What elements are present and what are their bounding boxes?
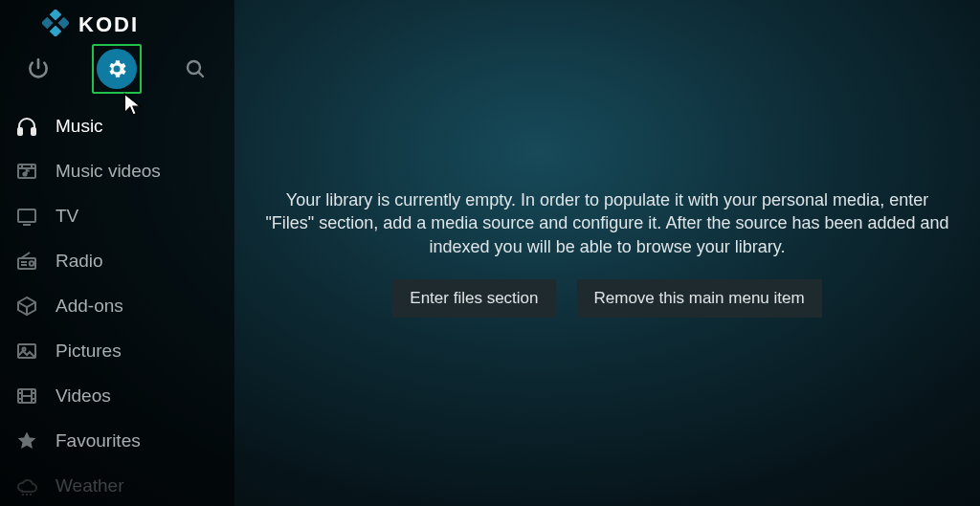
svg-rect-10 (18, 209, 35, 222)
music-video-icon (13, 158, 40, 185)
search-button[interactable] (174, 48, 216, 90)
sidebar-item-music[interactable]: Music (0, 103, 234, 148)
sidebar-item-pictures[interactable]: Pictures (0, 328, 234, 373)
sidebar-item-label: Radio (56, 251, 103, 272)
sidebar-item-videos[interactable]: Videos (0, 373, 234, 418)
sidebar-item-weather[interactable]: Weather (0, 463, 234, 506)
svg-rect-7 (32, 128, 35, 135)
film-icon (13, 383, 40, 409)
star-icon (13, 428, 40, 454)
sidebar-item-radio[interactable]: Radio (0, 238, 234, 283)
sidebar-toolbar (0, 48, 234, 90)
remove-menu-item-button[interactable]: Remove this main menu item (577, 279, 822, 318)
svg-rect-1 (57, 17, 69, 30)
sidebar-item-label: TV (56, 206, 78, 227)
sidebar-item-favourites[interactable]: Favourites (0, 418, 234, 463)
box-icon (13, 293, 40, 319)
main-content: Your library is currently empty. In orde… (234, 0, 980, 506)
settings-button[interactable] (96, 48, 138, 90)
sidebar-item-addons[interactable]: Add-ons (0, 283, 234, 328)
svg-rect-6 (18, 128, 22, 135)
sidebar-item-music-videos[interactable]: Music videos (0, 148, 234, 193)
headphones-icon (13, 113, 40, 140)
action-button-row: Enter files section Remove this main men… (392, 279, 821, 318)
sidebar-item-label: Add-ons (56, 296, 123, 317)
kodi-logo-icon (42, 10, 69, 40)
sidebar-item-label: Favourites (56, 430, 141, 451)
gear-icon (105, 57, 128, 80)
svg-rect-0 (50, 10, 62, 21)
search-icon (184, 57, 207, 80)
sidebar-item-label: Videos (56, 385, 111, 407)
app-name: KODI (78, 12, 139, 37)
app-logo: KODI (0, 0, 234, 44)
empty-library-message: Your library is currently empty. In orde… (263, 188, 951, 258)
cloud-icon (13, 473, 40, 499)
svg-rect-2 (42, 17, 54, 30)
svg-point-13 (30, 261, 34, 266)
sidebar-item-label: Pictures (56, 341, 122, 362)
svg-line-5 (198, 72, 203, 77)
power-button[interactable] (17, 48, 59, 90)
sidebar-item-tv[interactable]: TV (0, 193, 234, 238)
svg-rect-3 (50, 25, 62, 36)
tv-icon (13, 203, 40, 230)
sidebar-nav: Music Music videos TV Radio Add-ons (0, 103, 234, 506)
sidebar-item-label: Music (56, 116, 103, 137)
radio-icon (13, 248, 40, 275)
sidebar: KODI (0, 0, 234, 506)
enter-files-button[interactable]: Enter files section (392, 279, 555, 318)
sidebar-item-label: Music videos (56, 161, 161, 182)
svg-rect-12 (18, 258, 35, 269)
power-icon (26, 56, 51, 81)
picture-icon (13, 338, 40, 364)
sidebar-item-label: Weather (56, 475, 123, 496)
